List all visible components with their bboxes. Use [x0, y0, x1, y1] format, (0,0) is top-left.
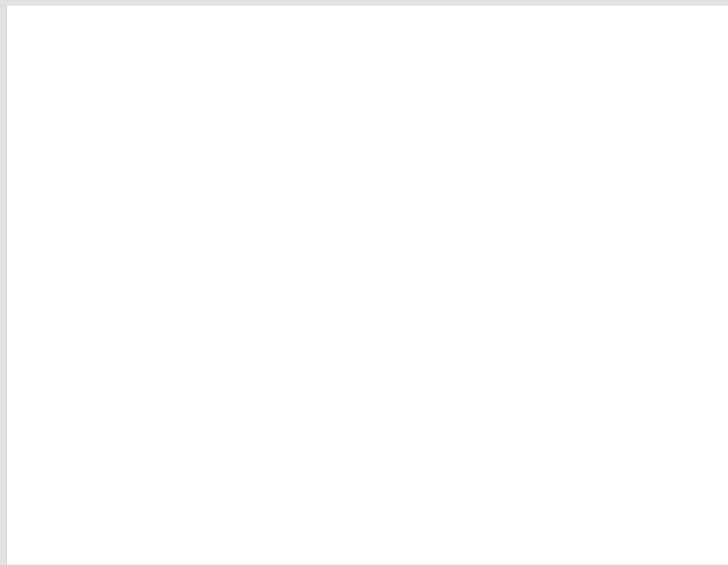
license-document-page: [7, 6, 728, 565]
window-edge-top: [0, 0, 728, 5]
window-edge-left: [0, 0, 7, 565]
